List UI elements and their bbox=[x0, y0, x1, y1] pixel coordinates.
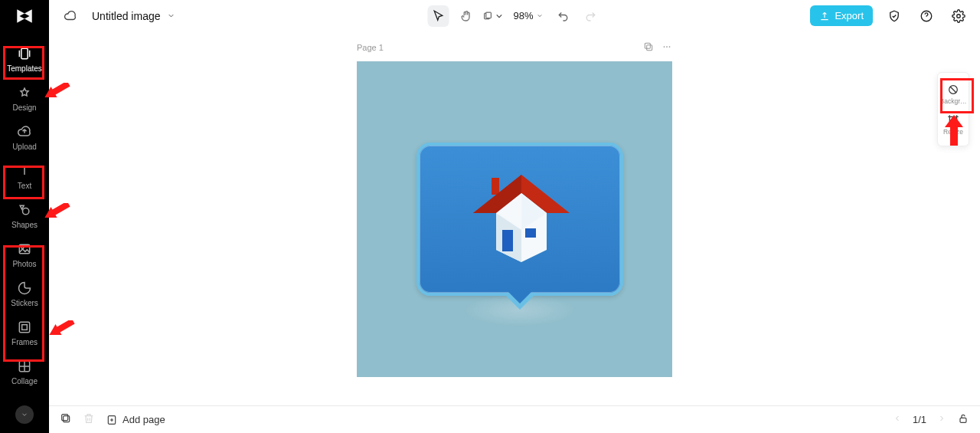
sidebar-item-label: Design bbox=[12, 103, 36, 112]
bubble-tail bbox=[503, 293, 537, 310]
svg-rect-16 bbox=[492, 178, 499, 195]
add-page-button[interactable]: Add page bbox=[106, 414, 165, 426]
sidebar-item-label: Upload bbox=[12, 143, 37, 151]
rightpanel-item-resize[interactable]: Resize bbox=[938, 110, 969, 140]
app-logo[interactable] bbox=[0, 0, 49, 32]
chevron-down-icon bbox=[537, 12, 544, 19]
account-avatar[interactable] bbox=[15, 405, 34, 424]
chevron-down-icon bbox=[494, 9, 504, 23]
resize-icon bbox=[947, 114, 959, 126]
svg-point-5 bbox=[23, 208, 29, 215]
redo-icon bbox=[580, 5, 602, 27]
add-page-label: Add page bbox=[122, 414, 165, 425]
next-page-icon bbox=[937, 414, 946, 425]
shapes-icon bbox=[17, 202, 32, 218]
frames-icon bbox=[17, 320, 32, 335]
design-icon bbox=[17, 85, 32, 100]
svg-point-15 bbox=[669, 46, 671, 48]
sidebar-item-collage[interactable]: Collage bbox=[3, 353, 46, 392]
svg-rect-23 bbox=[525, 228, 536, 238]
add-page-icon bbox=[106, 414, 118, 426]
artboard-icon[interactable] bbox=[482, 5, 504, 27]
svg-rect-11 bbox=[647, 45, 652, 51]
canvas-stage[interactable]: Page 1 bbox=[49, 32, 980, 405]
svg-rect-25 bbox=[949, 116, 956, 123]
undo-icon[interactable] bbox=[553, 5, 574, 27]
sidebar-item-design[interactable]: Design bbox=[3, 79, 46, 118]
canvas[interactable] bbox=[357, 61, 672, 377]
chevron-down-icon bbox=[21, 411, 28, 418]
svg-rect-1 bbox=[486, 12, 492, 18]
photos-icon bbox=[17, 241, 32, 257]
svg-rect-29 bbox=[960, 418, 966, 422]
svg-rect-4 bbox=[21, 48, 28, 58]
collage-icon bbox=[17, 359, 32, 374]
stickers-icon bbox=[17, 280, 32, 296]
zoom-indicator[interactable]: 98% bbox=[510, 10, 546, 21]
sidebar-item-shapes[interactable]: Shapes bbox=[3, 196, 46, 235]
page-indicator: 1/1 bbox=[913, 414, 926, 425]
svg-rect-26 bbox=[64, 416, 70, 422]
svg-point-13 bbox=[664, 46, 665, 48]
zoom-value: 98% bbox=[513, 10, 533, 21]
svg-point-3 bbox=[957, 14, 961, 18]
topbar: Untitled image 98% Export bbox=[49, 0, 980, 32]
svg-rect-9 bbox=[22, 325, 28, 330]
svg-rect-12 bbox=[645, 43, 650, 48]
duplicate-page-icon[interactable] bbox=[643, 41, 654, 54]
text-icon bbox=[17, 163, 32, 179]
export-label: Export bbox=[835, 10, 864, 21]
settings-icon[interactable] bbox=[948, 5, 969, 27]
pages-panel-icon[interactable] bbox=[60, 412, 72, 427]
sidebar-item-photos[interactable]: Photos bbox=[3, 235, 46, 274]
rightpanel-item-background[interactable]: Backgr… bbox=[938, 79, 969, 110]
cloud-icon[interactable] bbox=[60, 5, 81, 27]
shield-icon[interactable] bbox=[884, 5, 905, 27]
sidebar-item-templates[interactable]: Templates bbox=[3, 40, 46, 79]
svg-rect-22 bbox=[502, 230, 513, 251]
chevron-down-icon bbox=[167, 11, 175, 20]
rightpanel-item-label: Resize bbox=[943, 129, 963, 136]
page-more-icon[interactable] bbox=[662, 41, 672, 54]
sidebar-item-label: Templates bbox=[7, 64, 42, 73]
export-button[interactable]: Export bbox=[810, 5, 873, 26]
svg-rect-27 bbox=[62, 415, 68, 421]
svg-rect-6 bbox=[19, 244, 29, 254]
rightpanel-item-label: Backgr… bbox=[940, 98, 967, 105]
sidebar-item-label: Collage bbox=[11, 377, 38, 385]
prev-page-icon bbox=[893, 414, 902, 425]
help-icon[interactable] bbox=[916, 5, 937, 27]
capcut-logo-icon bbox=[15, 6, 34, 26]
svg-point-14 bbox=[666, 46, 668, 48]
svg-rect-8 bbox=[19, 322, 29, 332]
hand-tool-icon[interactable] bbox=[455, 5, 476, 27]
left-sidebar: Templates Design Upload Text Shapes Phot… bbox=[0, 32, 49, 433]
house-icon bbox=[464, 159, 579, 274]
upload-icon bbox=[819, 11, 830, 21]
sidebar-item-label: Photos bbox=[12, 260, 36, 268]
sidebar-item-frames[interactable]: Frames bbox=[3, 313, 46, 353]
sidebar-item-label: Text bbox=[18, 182, 31, 190]
select-tool-icon[interactable] bbox=[427, 5, 449, 27]
upload-icon bbox=[17, 124, 32, 139]
lock-icon[interactable] bbox=[957, 412, 969, 427]
templates-icon bbox=[17, 46, 32, 61]
sidebar-item-label: Stickers bbox=[11, 299, 38, 307]
document-title[interactable]: Untitled image bbox=[92, 10, 175, 22]
background-icon bbox=[947, 84, 959, 96]
sidebar-item-upload[interactable]: Upload bbox=[3, 118, 46, 157]
sidebar-item-text[interactable]: Text bbox=[3, 157, 46, 196]
page-label: Page 1 bbox=[357, 43, 384, 52]
speech-bubble-graphic[interactable] bbox=[416, 143, 623, 296]
bottom-bar: Add page 1/1 bbox=[49, 405, 980, 433]
delete-page-icon bbox=[83, 412, 95, 427]
sidebar-item-label: Shapes bbox=[11, 221, 38, 229]
right-panel: Backgr… Resize bbox=[937, 72, 969, 146]
sidebar-item-stickers[interactable]: Stickers bbox=[3, 274, 46, 313]
page-header: Page 1 bbox=[357, 41, 672, 54]
sidebar-item-label: Frames bbox=[11, 338, 38, 346]
document-title-text: Untitled image bbox=[92, 10, 161, 22]
